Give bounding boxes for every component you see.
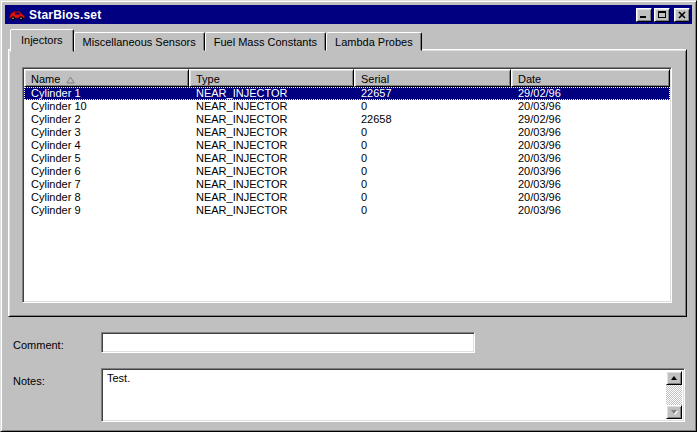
column-header-date-label: Date [518, 73, 541, 85]
cell-date: 20/03/96 [511, 152, 670, 165]
cell-type: NEAR_INJECTOR [189, 126, 354, 139]
cell-name: Cylinder 4 [24, 139, 189, 152]
red-car-icon[interactable] [8, 8, 26, 22]
cell-name: Cylinder 8 [24, 191, 189, 204]
cell-type: NEAR_INJECTOR [189, 165, 354, 178]
table-row[interactable]: Cylinder 2NEAR_INJECTOR2265829/02/96 [24, 113, 670, 126]
application-window: StarBios.set InjectorsMiscellaneous Sens… [0, 0, 697, 432]
comment-label: Comment: [13, 339, 64, 351]
notes-textarea[interactable]: Test. [101, 368, 685, 422]
table-row[interactable]: Cylinder 6NEAR_INJECTOR020/03/96 [24, 165, 670, 178]
tab-bar: InjectorsMiscellaneous SensorsFuel Mass … [10, 29, 422, 52]
column-header-name[interactable]: Name [24, 69, 189, 87]
sort-ascending-icon [66, 76, 75, 84]
close-icon [678, 11, 686, 19]
cell-date: 29/02/96 [511, 87, 670, 100]
scroll-up-button[interactable] [666, 371, 682, 385]
notes-text: Test. [104, 371, 664, 419]
cell-serial: 0 [354, 152, 511, 165]
column-header-type-label: Type [196, 73, 220, 85]
column-header-type[interactable]: Type [189, 69, 354, 87]
list-rows: Cylinder 1NEAR_INJECTOR2265729/02/96Cyli… [24, 87, 670, 301]
tab-miscellaneous-sensors[interactable]: Miscellaneous Sensors [74, 32, 205, 51]
table-row[interactable]: Cylinder 7NEAR_INJECTOR020/03/96 [24, 178, 670, 191]
cell-serial: 0 [354, 204, 511, 217]
column-header-date[interactable]: Date [511, 69, 670, 87]
cell-date: 20/03/96 [511, 191, 670, 204]
cell-date: 20/03/96 [511, 139, 670, 152]
cell-name: Cylinder 3 [24, 126, 189, 139]
cell-type: NEAR_INJECTOR [189, 178, 354, 191]
list-header: Name Type Serial Date [24, 69, 670, 87]
arrow-down-icon [671, 410, 677, 414]
cell-serial: 0 [354, 100, 511, 113]
cell-name: Cylinder 6 [24, 165, 189, 178]
cell-type: NEAR_INJECTOR [189, 100, 354, 113]
maximize-icon [658, 11, 666, 18]
cell-name: Cylinder 9 [24, 204, 189, 217]
cell-date: 20/03/96 [511, 126, 670, 139]
cell-type: NEAR_INJECTOR [189, 113, 354, 126]
comment-input[interactable] [101, 332, 475, 353]
cell-name: Cylinder 7 [24, 178, 189, 191]
notes-label: Notes: [13, 375, 45, 387]
table-row[interactable]: Cylinder 5NEAR_INJECTOR020/03/96 [24, 152, 670, 165]
tab-injectors[interactable]: Injectors [10, 29, 74, 52]
cell-name: Cylinder 10 [24, 100, 189, 113]
cell-type: NEAR_INJECTOR [189, 87, 354, 100]
cell-type: NEAR_INJECTOR [189, 152, 354, 165]
column-header-serial-label: Serial [361, 73, 389, 85]
injectors-listview[interactable]: Name Type Serial Date Cylinder 1NEAR_INJ… [22, 67, 672, 303]
cell-name: Cylinder 2 [24, 113, 189, 126]
table-row[interactable]: Cylinder 1NEAR_INJECTOR2265729/02/96 [24, 87, 670, 100]
cell-serial: 0 [354, 126, 511, 139]
tab-fuel-mass-constants[interactable]: Fuel Mass Constants [205, 32, 326, 51]
cell-type: NEAR_INJECTOR [189, 139, 354, 152]
cell-date: 20/03/96 [511, 100, 670, 113]
window-title: StarBios.set [29, 8, 636, 22]
minimize-button[interactable] [636, 8, 652, 22]
table-row[interactable]: Cylinder 3NEAR_INJECTOR020/03/96 [24, 126, 670, 139]
cell-serial: 22657 [354, 87, 511, 100]
column-header-name-label: Name [31, 73, 60, 85]
minimize-icon [640, 16, 646, 18]
cell-type: NEAR_INJECTOR [189, 191, 354, 204]
tab-lambda-probes[interactable]: Lambda Probes [326, 32, 422, 51]
cell-serial: 0 [354, 139, 511, 152]
arrow-up-icon [671, 376, 677, 380]
cell-serial: 0 [354, 178, 511, 191]
cell-date: 20/03/96 [511, 165, 670, 178]
cell-serial: 0 [354, 191, 511, 204]
close-button[interactable] [674, 8, 690, 22]
table-row[interactable]: Cylinder 8NEAR_INJECTOR020/03/96 [24, 191, 670, 204]
cell-date: 20/03/96 [511, 204, 670, 217]
maximize-button[interactable] [654, 8, 670, 22]
cell-type: NEAR_INJECTOR [189, 204, 354, 217]
notes-scrollbar[interactable] [666, 371, 682, 419]
column-header-serial[interactable]: Serial [354, 69, 511, 87]
cell-date: 29/02/96 [511, 113, 670, 126]
cell-date: 20/03/96 [511, 178, 670, 191]
cell-serial: 0 [354, 165, 511, 178]
cell-serial: 22658 [354, 113, 511, 126]
titlebar[interactable]: StarBios.set [5, 5, 692, 24]
scroll-down-button[interactable] [666, 405, 682, 419]
table-row[interactable]: Cylinder 10NEAR_INJECTOR020/03/96 [24, 100, 670, 113]
cell-name: Cylinder 1 [24, 87, 189, 100]
cell-name: Cylinder 5 [24, 152, 189, 165]
table-row[interactable]: Cylinder 4NEAR_INJECTOR020/03/96 [24, 139, 670, 152]
table-row[interactable]: Cylinder 9NEAR_INJECTOR020/03/96 [24, 204, 670, 217]
